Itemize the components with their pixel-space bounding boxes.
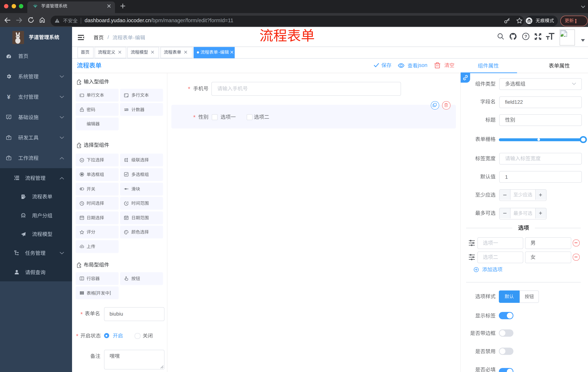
svg-text:¥: ¥ <box>7 95 10 100</box>
svg-text:123: 123 <box>124 108 128 112</box>
svg-text:?: ? <box>525 34 527 39</box>
